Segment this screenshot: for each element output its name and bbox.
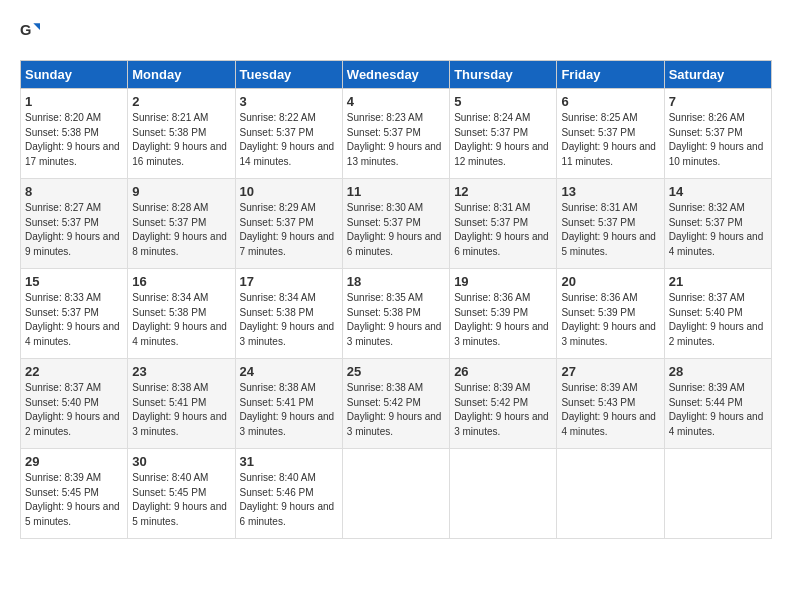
calendar-cell: 23 Sunrise: 8:38 AM Sunset: 5:41 PM Dayl… xyxy=(128,359,235,449)
day-number: 14 xyxy=(669,184,767,199)
day-number: 29 xyxy=(25,454,123,469)
calendar-week-4: 22 Sunrise: 8:37 AM Sunset: 5:40 PM Dayl… xyxy=(21,359,772,449)
day-number: 9 xyxy=(132,184,230,199)
calendar-cell: 9 Sunrise: 8:28 AM Sunset: 5:37 PM Dayli… xyxy=(128,179,235,269)
day-number: 30 xyxy=(132,454,230,469)
calendar-cell: 6 Sunrise: 8:25 AM Sunset: 5:37 PM Dayli… xyxy=(557,89,664,179)
weekday-header-thursday: Thursday xyxy=(450,61,557,89)
calendar-cell xyxy=(342,449,449,539)
day-info: Sunrise: 8:28 AM Sunset: 5:37 PM Dayligh… xyxy=(132,201,230,259)
calendar-week-5: 29 Sunrise: 8:39 AM Sunset: 5:45 PM Dayl… xyxy=(21,449,772,539)
day-info: Sunrise: 8:37 AM Sunset: 5:40 PM Dayligh… xyxy=(669,291,767,349)
day-info: Sunrise: 8:29 AM Sunset: 5:37 PM Dayligh… xyxy=(240,201,338,259)
day-number: 31 xyxy=(240,454,338,469)
calendar-week-3: 15 Sunrise: 8:33 AM Sunset: 5:37 PM Dayl… xyxy=(21,269,772,359)
weekday-header-tuesday: Tuesday xyxy=(235,61,342,89)
calendar-cell: 7 Sunrise: 8:26 AM Sunset: 5:37 PM Dayli… xyxy=(664,89,771,179)
day-info: Sunrise: 8:34 AM Sunset: 5:38 PM Dayligh… xyxy=(240,291,338,349)
day-number: 4 xyxy=(347,94,445,109)
weekday-header-wednesday: Wednesday xyxy=(342,61,449,89)
calendar-cell: 20 Sunrise: 8:36 AM Sunset: 5:39 PM Dayl… xyxy=(557,269,664,359)
day-number: 22 xyxy=(25,364,123,379)
day-number: 15 xyxy=(25,274,123,289)
calendar-cell: 8 Sunrise: 8:27 AM Sunset: 5:37 PM Dayli… xyxy=(21,179,128,269)
day-info: Sunrise: 8:22 AM Sunset: 5:37 PM Dayligh… xyxy=(240,111,338,169)
day-number: 7 xyxy=(669,94,767,109)
calendar-cell: 12 Sunrise: 8:31 AM Sunset: 5:37 PM Dayl… xyxy=(450,179,557,269)
calendar-cell: 22 Sunrise: 8:37 AM Sunset: 5:40 PM Dayl… xyxy=(21,359,128,449)
day-info: Sunrise: 8:32 AM Sunset: 5:37 PM Dayligh… xyxy=(669,201,767,259)
day-info: Sunrise: 8:38 AM Sunset: 5:42 PM Dayligh… xyxy=(347,381,445,439)
day-number: 11 xyxy=(347,184,445,199)
day-number: 20 xyxy=(561,274,659,289)
day-number: 26 xyxy=(454,364,552,379)
day-info: Sunrise: 8:34 AM Sunset: 5:38 PM Dayligh… xyxy=(132,291,230,349)
svg-text:G: G xyxy=(20,22,31,38)
day-number: 21 xyxy=(669,274,767,289)
day-number: 5 xyxy=(454,94,552,109)
calendar-cell: 26 Sunrise: 8:39 AM Sunset: 5:42 PM Dayl… xyxy=(450,359,557,449)
day-info: Sunrise: 8:27 AM Sunset: 5:37 PM Dayligh… xyxy=(25,201,123,259)
day-number: 10 xyxy=(240,184,338,199)
day-info: Sunrise: 8:31 AM Sunset: 5:37 PM Dayligh… xyxy=(561,201,659,259)
day-number: 24 xyxy=(240,364,338,379)
day-info: Sunrise: 8:38 AM Sunset: 5:41 PM Dayligh… xyxy=(132,381,230,439)
day-number: 13 xyxy=(561,184,659,199)
calendar-cell: 28 Sunrise: 8:39 AM Sunset: 5:44 PM Dayl… xyxy=(664,359,771,449)
day-info: Sunrise: 8:31 AM Sunset: 5:37 PM Dayligh… xyxy=(454,201,552,259)
day-number: 23 xyxy=(132,364,230,379)
day-number: 6 xyxy=(561,94,659,109)
calendar-cell: 17 Sunrise: 8:34 AM Sunset: 5:38 PM Dayl… xyxy=(235,269,342,359)
day-number: 2 xyxy=(132,94,230,109)
weekday-header-friday: Friday xyxy=(557,61,664,89)
day-info: Sunrise: 8:40 AM Sunset: 5:46 PM Dayligh… xyxy=(240,471,338,529)
calendar-cell: 31 Sunrise: 8:40 AM Sunset: 5:46 PM Dayl… xyxy=(235,449,342,539)
day-info: Sunrise: 8:39 AM Sunset: 5:44 PM Dayligh… xyxy=(669,381,767,439)
day-info: Sunrise: 8:40 AM Sunset: 5:45 PM Dayligh… xyxy=(132,471,230,529)
day-info: Sunrise: 8:35 AM Sunset: 5:38 PM Dayligh… xyxy=(347,291,445,349)
calendar-cell: 2 Sunrise: 8:21 AM Sunset: 5:38 PM Dayli… xyxy=(128,89,235,179)
calendar-cell: 4 Sunrise: 8:23 AM Sunset: 5:37 PM Dayli… xyxy=(342,89,449,179)
calendar-cell: 11 Sunrise: 8:30 AM Sunset: 5:37 PM Dayl… xyxy=(342,179,449,269)
calendar-cell: 18 Sunrise: 8:35 AM Sunset: 5:38 PM Dayl… xyxy=(342,269,449,359)
day-info: Sunrise: 8:24 AM Sunset: 5:37 PM Dayligh… xyxy=(454,111,552,169)
day-number: 17 xyxy=(240,274,338,289)
day-info: Sunrise: 8:39 AM Sunset: 5:43 PM Dayligh… xyxy=(561,381,659,439)
calendar-cell: 13 Sunrise: 8:31 AM Sunset: 5:37 PM Dayl… xyxy=(557,179,664,269)
calendar-cell: 24 Sunrise: 8:38 AM Sunset: 5:41 PM Dayl… xyxy=(235,359,342,449)
day-info: Sunrise: 8:36 AM Sunset: 5:39 PM Dayligh… xyxy=(454,291,552,349)
day-number: 12 xyxy=(454,184,552,199)
day-number: 3 xyxy=(240,94,338,109)
day-info: Sunrise: 8:23 AM Sunset: 5:37 PM Dayligh… xyxy=(347,111,445,169)
day-number: 28 xyxy=(669,364,767,379)
day-number: 1 xyxy=(25,94,123,109)
logo: G xyxy=(20,20,44,44)
calendar-cell: 15 Sunrise: 8:33 AM Sunset: 5:37 PM Dayl… xyxy=(21,269,128,359)
calendar-cell xyxy=(450,449,557,539)
calendar-cell: 1 Sunrise: 8:20 AM Sunset: 5:38 PM Dayli… xyxy=(21,89,128,179)
svg-marker-1 xyxy=(33,23,40,30)
calendar-week-1: 1 Sunrise: 8:20 AM Sunset: 5:38 PM Dayli… xyxy=(21,89,772,179)
day-number: 16 xyxy=(132,274,230,289)
day-info: Sunrise: 8:33 AM Sunset: 5:37 PM Dayligh… xyxy=(25,291,123,349)
day-number: 25 xyxy=(347,364,445,379)
calendar-table: SundayMondayTuesdayWednesdayThursdayFrid… xyxy=(20,60,772,539)
day-number: 18 xyxy=(347,274,445,289)
day-info: Sunrise: 8:38 AM Sunset: 5:41 PM Dayligh… xyxy=(240,381,338,439)
calendar-cell xyxy=(664,449,771,539)
weekday-header-monday: Monday xyxy=(128,61,235,89)
calendar-cell: 19 Sunrise: 8:36 AM Sunset: 5:39 PM Dayl… xyxy=(450,269,557,359)
calendar-cell: 29 Sunrise: 8:39 AM Sunset: 5:45 PM Dayl… xyxy=(21,449,128,539)
calendar-cell xyxy=(557,449,664,539)
day-info: Sunrise: 8:30 AM Sunset: 5:37 PM Dayligh… xyxy=(347,201,445,259)
calendar-cell: 25 Sunrise: 8:38 AM Sunset: 5:42 PM Dayl… xyxy=(342,359,449,449)
day-info: Sunrise: 8:36 AM Sunset: 5:39 PM Dayligh… xyxy=(561,291,659,349)
weekday-header-sunday: Sunday xyxy=(21,61,128,89)
day-info: Sunrise: 8:20 AM Sunset: 5:38 PM Dayligh… xyxy=(25,111,123,169)
day-number: 19 xyxy=(454,274,552,289)
day-info: Sunrise: 8:21 AM Sunset: 5:38 PM Dayligh… xyxy=(132,111,230,169)
day-info: Sunrise: 8:39 AM Sunset: 5:42 PM Dayligh… xyxy=(454,381,552,439)
logo-mark: G xyxy=(20,20,40,44)
calendar-cell: 5 Sunrise: 8:24 AM Sunset: 5:37 PM Dayli… xyxy=(450,89,557,179)
day-info: Sunrise: 8:25 AM Sunset: 5:37 PM Dayligh… xyxy=(561,111,659,169)
